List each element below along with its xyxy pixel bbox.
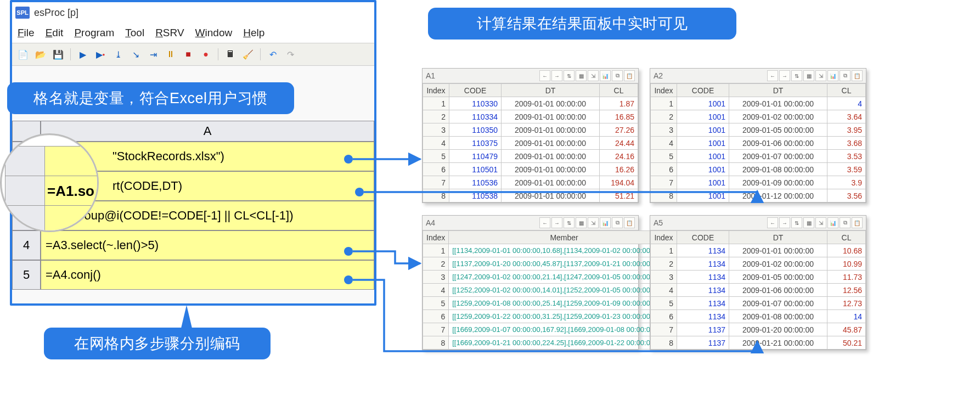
step-into-icon[interactable]: ↘ (129, 48, 142, 61)
menu-tool[interactable]: Tool (125, 27, 144, 39)
menu-edit[interactable]: Edit (46, 27, 64, 39)
paste-icon[interactable]: 📋 (852, 70, 863, 81)
clear-icon[interactable]: 🧹 (241, 48, 255, 61)
callout-multistep: 在网格内多步骤分别编码 (44, 328, 271, 359)
nav-next-icon[interactable]: → (779, 217, 790, 228)
chart-icon[interactable]: 📊 (827, 70, 838, 81)
chart-icon[interactable]: 📊 (827, 217, 838, 228)
save-icon[interactable]: 💾 (52, 48, 65, 61)
run-icon[interactable]: ▶ (76, 48, 89, 61)
nav-next-icon[interactable]: → (779, 70, 790, 81)
panel-title-a1: A1 (426, 71, 435, 80)
grid-cell-a4[interactable]: =A3.select(~.len()>5) (41, 230, 374, 260)
result-panel-a4: A4 ← → ⇅ ▦ ⇲ 📊 ⧉ 📋 IndexMember 1[[1134,2… (422, 215, 639, 350)
copy-icon[interactable]: ⧉ (612, 217, 623, 228)
paste-icon[interactable]: 📋 (852, 217, 863, 228)
menu-program[interactable]: Program (74, 27, 114, 39)
sort-icon[interactable]: ⇅ (791, 70, 802, 81)
panel-title-a5: A5 (654, 218, 663, 227)
svg-marker-0 (181, 305, 192, 328)
debug-run-icon[interactable]: ▶● (94, 48, 107, 61)
result-panel-a1: A1 ← → ⇅ ▦ ⇲ 📊 ⧉ 📋 IndexCODE DTCL 111033… (422, 68, 639, 203)
new-file-icon[interactable]: 📄 (16, 48, 30, 61)
nav-next-icon[interactable]: → (551, 70, 562, 81)
magnifier: =A1.so (0, 133, 99, 232)
grid-row-5[interactable]: 5 (12, 260, 41, 290)
nav-prev-icon[interactable]: ← (539, 217, 550, 228)
result-table-a4: IndexMember 1[[1134,2009-01-01 00:00:00,… (423, 230, 680, 350)
grid-col-a[interactable]: A (41, 121, 374, 142)
paste-icon[interactable]: 📋 (624, 217, 635, 228)
panel-title-a4: A4 (426, 218, 435, 227)
grid-row-4[interactable]: 4 (12, 230, 41, 260)
export-icon[interactable]: ⇲ (588, 70, 599, 81)
chart-icon[interactable]: 📊 (600, 217, 611, 228)
result-table-a1: IndexCODE DTCL 11103302009-01-01 00:00:0… (423, 83, 638, 202)
nav-next-icon[interactable]: → (551, 217, 562, 228)
nav-prev-icon[interactable]: ← (767, 217, 778, 228)
export-icon[interactable]: ⇲ (815, 70, 826, 81)
result-table-a2: IndexCODE DTCL 110012009-01-01 00:00:004… (650, 83, 866, 202)
copy-icon[interactable]: ⧉ (840, 217, 851, 228)
run-to-cursor-icon[interactable]: ⇥ (147, 48, 160, 61)
menubar: File Edit Program Tool RSRV Window Help (12, 23, 374, 43)
calc-icon[interactable]: 🖩 (224, 48, 237, 61)
copy-icon[interactable]: ⧉ (612, 70, 623, 81)
stop-icon[interactable]: ■ (182, 48, 195, 61)
export-icon[interactable]: ⇲ (815, 217, 826, 228)
redo-icon[interactable]: ↷ (284, 48, 297, 61)
chart-icon[interactable]: 📊 (600, 70, 611, 81)
result-panel-a5: A5 ← → ⇅ ▦ ⇲ 📊 ⧉ 📋 IndexCODE DTCL 111342… (650, 215, 866, 350)
result-table-a5: IndexCODE DTCL 111342009-01-01 00:00:001… (650, 230, 866, 350)
app-title: esProc [p] (34, 7, 78, 19)
grid-icon[interactable]: ▦ (803, 70, 814, 81)
titlebar: SPL esProc [p] (12, 2, 374, 23)
grid-icon[interactable]: ▦ (576, 70, 587, 81)
copy-icon[interactable]: ⧉ (840, 70, 851, 81)
panel-title-a2: A2 (654, 71, 663, 80)
export-icon[interactable]: ⇲ (588, 217, 599, 228)
grid-icon[interactable]: ▦ (803, 217, 814, 228)
sort-icon[interactable]: ⇅ (564, 70, 575, 81)
callout-cellname: 格名就是变量，符合Excel用户习惯 (7, 82, 294, 114)
paste-icon[interactable]: 📋 (624, 70, 635, 81)
app-logo-icon: SPL (15, 7, 30, 19)
step-icon[interactable]: ⤓ (111, 48, 125, 61)
menu-file[interactable]: File (18, 27, 35, 39)
result-panel-a2: A2 ← → ⇅ ▦ ⇲ 📊 ⧉ 📋 IndexCODE DTCL 110012… (650, 68, 866, 203)
grid-cell-a5[interactable]: =A4.conj() (41, 260, 374, 290)
menu-rsrv[interactable]: RSRV (155, 27, 184, 39)
grid-icon[interactable]: ▦ (576, 217, 587, 228)
callout-results: 计算结果在结果面板中实时可见 (428, 8, 736, 40)
undo-icon[interactable]: ↶ (266, 48, 279, 61)
pause-icon[interactable]: ⏸ (164, 48, 177, 61)
sort-icon[interactable]: ⇅ (564, 217, 575, 228)
magnified-text: =A1.so (44, 176, 99, 206)
nav-prev-icon[interactable]: ← (767, 70, 778, 81)
breakpoint-icon[interactable]: ● (199, 48, 212, 61)
menu-help[interactable]: Help (243, 27, 264, 39)
toolbar: 📄 📂 💾 ▶ ▶● ⤓ ↘ ⇥ ⏸ ■ ● 🖩 🧹 ↶ ↷ (12, 43, 374, 66)
menu-window[interactable]: Window (195, 27, 233, 39)
sort-icon[interactable]: ⇅ (791, 217, 802, 228)
nav-prev-icon[interactable]: ← (539, 70, 550, 81)
open-file-icon[interactable]: 📂 (34, 48, 47, 61)
